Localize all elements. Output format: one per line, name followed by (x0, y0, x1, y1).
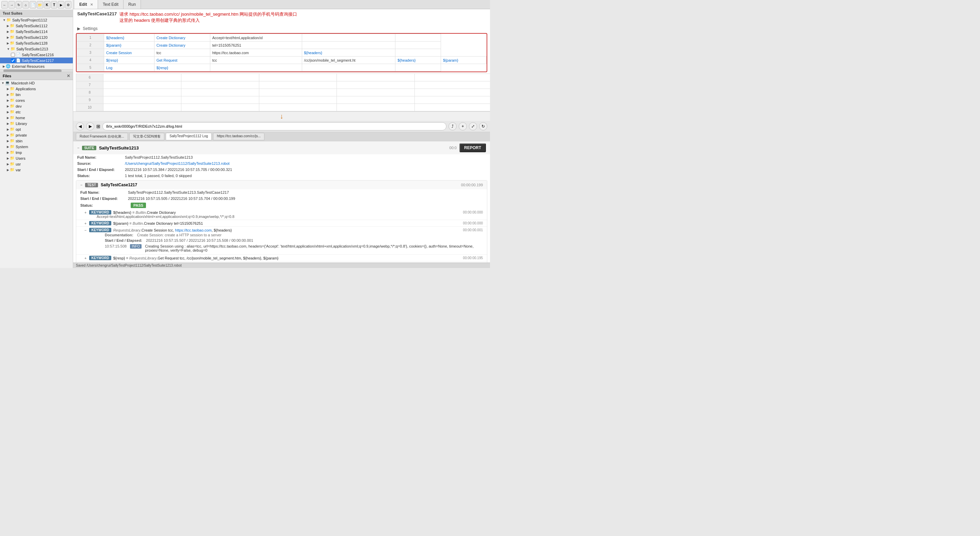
editor-content: SallyTestCase1217 请求 https://tcc.taobao.… (73, 9, 490, 112)
table-row[interactable]: 6 (76, 74, 490, 81)
files-item-applications[interactable]: ▶ 📁 Applications (0, 86, 73, 92)
keyword-row-3: − KEYWORD RequestsLibrary.Create Session… (76, 227, 487, 255)
files-item-sbin[interactable]: ▶ 📁 sbin (0, 138, 73, 144)
kw3-elapsed: Start / End / Elapsed: 20221216 10:57:15… (84, 238, 483, 243)
browser-tab-log[interactable]: SallyTestProject1112 Log (166, 133, 212, 140)
files-item-system[interactable]: ▶ 📁 System (0, 144, 73, 150)
suite-collapse-btn[interactable]: − (77, 146, 79, 150)
files-close-btn[interactable]: ✕ (67, 73, 70, 78)
suite-name: SallyTestSuite1213 (99, 145, 139, 150)
tab-run[interactable]: Run (124, 0, 141, 9)
kw3-expand-btn[interactable]: − (84, 228, 86, 232)
table-row[interactable]: 5 Log ${resp} (77, 64, 487, 72)
toolbar-k-btn[interactable]: K (44, 1, 50, 8)
tree-item-external[interactable]: ▶ 🌐 External Resources (0, 63, 73, 69)
browser-tab-tcc[interactable]: https://tcc.taobao.com/cc/js... (213, 133, 264, 140)
browser-tab-robot[interactable]: Robot Framework 自动化测... (76, 133, 128, 140)
kw1-args: Accept=text/html,application/xhtml+xml,a… (84, 215, 483, 219)
test-pass-badge: PASS (130, 203, 146, 208)
files-item-home[interactable]: ▶ 📁 home (0, 115, 73, 121)
kw4-expand-btn[interactable]: + (84, 256, 86, 260)
browser-refresh-btn[interactable]: ↻ (479, 122, 487, 131)
files-root[interactable]: ▼ 💻 Macintosh HD (0, 80, 73, 86)
settings-arrow-icon: ▶ (77, 26, 80, 31)
test-suites-tree: ▼ 📁 SallyTestProject1112 ▶ 📁 SallyTestSu… (0, 17, 73, 63)
suite-full-name-row: Full Name: SallyTestProject1112.SallyTes… (73, 154, 490, 160)
files-item-usr[interactable]: ▶ 📁 usr (0, 161, 73, 167)
kw2-expand-btn[interactable]: + (84, 221, 86, 225)
main-area: Edit ✕ Text Edit Run SallyTestCase1217 请… (73, 0, 490, 268)
files-item-cores[interactable]: ▶ 📁 cores (0, 97, 73, 103)
files-item-users[interactable]: ▶ 📁 Users (0, 155, 73, 161)
kw3-url-link[interactable]: https://tcc.taobao.com (175, 228, 212, 232)
table-row[interactable]: 7 (76, 81, 490, 89)
tree-item-case1217[interactable]: 📄 SallyTestCase1217 (0, 57, 73, 63)
toolbar-t-btn[interactable]: T (51, 1, 57, 8)
browser-back-btn[interactable]: ◀ (76, 122, 84, 131)
browser-sidebar-icon[interactable]: ⊞ (96, 124, 100, 129)
table-row[interactable]: 9 (76, 96, 490, 104)
table-row[interactable]: 10 (76, 104, 490, 112)
suite-time: 00:0 (450, 146, 457, 150)
test-status-row: Status: PASS (76, 202, 487, 209)
toolbar-refresh-btn[interactable]: ↻ (16, 1, 22, 8)
files-item-bin[interactable]: ▶ 📁 bin (0, 92, 73, 97)
tree-item-suite1112[interactable]: ▶ 📁 SallyTestSuite1112 (0, 23, 73, 29)
kw1-expand-btn[interactable]: + (84, 211, 86, 215)
browser-share-btn[interactable]: ⤴ (449, 122, 457, 131)
tree-item-suite1213[interactable]: ▼ 📁 SallyTestSuite1213 (0, 46, 73, 52)
table-row[interactable]: 3 Create Session tcc https://tcc.taobao.… (77, 49, 487, 56)
browser-url-input[interactable] (102, 122, 447, 131)
toolbar-back-btn[interactable]: ← (2, 1, 8, 8)
suite-block: − SUITE SallyTestSuite1213 00:0 REPORT F… (73, 141, 490, 263)
tab-text-edit[interactable]: Text Edit (98, 0, 124, 9)
table-row[interactable]: 1 ${headers} Create Dictionary Accept=te… (77, 34, 487, 41)
tab-edit[interactable]: Edit ✕ (75, 0, 98, 9)
files-item-etc[interactable]: ▶ 📁 etc (0, 109, 73, 115)
toolbar-open-btn[interactable]: 📁 (37, 1, 43, 8)
files-item-dev[interactable]: ▶ 📁 dev (0, 103, 73, 109)
tab-edit-close[interactable]: ✕ (90, 3, 93, 6)
tree-item-root[interactable]: ▼ 📁 SallyTestProject1112 (0, 17, 73, 23)
browser-forward-btn[interactable]: ▶ (86, 122, 94, 131)
sidebar-scrollbar[interactable] (0, 69, 73, 72)
editor-tab-bar: Edit ✕ Text Edit Run (73, 0, 490, 9)
test-collapse-btn[interactable]: − (80, 183, 82, 187)
keyword-row-4: + KEYWORD ${resp} = RequestsLibrary.Get … (76, 255, 487, 262)
tree-item-suite1120[interactable]: ▶ 📁 SallyTestSuite1120 (0, 34, 73, 40)
files-item-private[interactable]: ▶ 📁 private (0, 132, 73, 138)
files-panel: Files ✕ ▼ 💻 Macintosh HD ▶ 📁 Application… (0, 72, 73, 268)
keyword-table: 1 ${headers} Create Dictionary Accept=te… (76, 34, 487, 72)
tree-item-suite1128[interactable]: ▶ 📁 SallyTestSuite1128 (0, 40, 73, 46)
toolbar-settings-btn[interactable]: ⚙ (65, 1, 72, 8)
tree-item-case1216[interactable]: 📄 SallyTestCase1216 (0, 52, 73, 57)
kw1-text: ${headers} = Builtin.Create Dictionary (113, 211, 176, 215)
table-row[interactable]: 8 (76, 89, 490, 96)
files-item-library[interactable]: ▶ 📁 Library (0, 121, 73, 126)
kw2-badge: KEYWORD (89, 221, 111, 225)
table-row[interactable]: 4 ${resp} Get Request tcc /cc/json/mobil… (77, 56, 487, 64)
kw1-time: 00:00:00.000 (463, 211, 483, 214)
browser-tab-csdn[interactable]: 写文章-CSDN博客 (129, 133, 165, 140)
files-header: Files ✕ (0, 72, 73, 80)
browser-fullscreen-btn[interactable]: ⤢ (469, 122, 477, 131)
toolbar-home-btn[interactable]: ⌂ (22, 1, 29, 8)
report-button[interactable]: REPORT (460, 144, 486, 152)
case1217-checkbox[interactable] (11, 59, 15, 63)
kw2-time: 00:00:00.000 (463, 221, 483, 225)
kw3-time: 00:00:00.001 (463, 228, 483, 232)
files-item-var[interactable]: ▶ 📁 var (0, 167, 73, 173)
toolbar-new-btn[interactable]: 📄 (30, 1, 36, 8)
case1216-checkbox[interactable] (11, 53, 15, 57)
files-item-opt[interactable]: ▶ 📁 opt (0, 126, 73, 132)
test-name: SallyTestCase1217 (101, 182, 137, 187)
table-row[interactable]: 2 ${param} Create Dictionary tel=1515057… (77, 41, 487, 49)
files-item-tmp[interactable]: ▶ 📁 tmp (0, 150, 73, 155)
toolbar-forward-btn[interactable]: → (8, 1, 15, 8)
toolbar-run-btn[interactable]: ▶ (58, 1, 64, 8)
settings-row: ▶ Settings (73, 26, 490, 32)
browser-new-tab-btn[interactable]: + (459, 122, 467, 131)
suite-source-link[interactable]: /Users/chengrui/SallyTestProject1112/Sal… (125, 161, 486, 166)
test-suites-header: Test Suites (0, 10, 73, 17)
tree-item-suite1114[interactable]: ▶ 📁 SallyTestSuite1114 (0, 29, 73, 34)
